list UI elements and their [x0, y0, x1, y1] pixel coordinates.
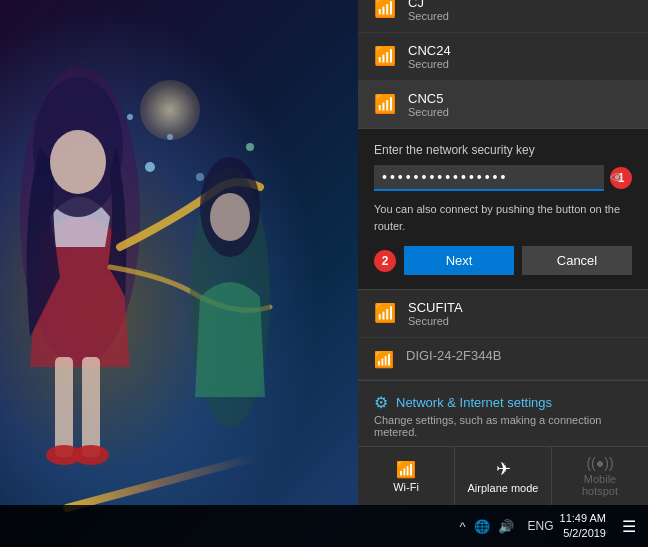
network-status-scufita: Secured: [408, 315, 463, 327]
svg-rect-4: [82, 357, 100, 457]
wifi-info-cnc24: CNC24 Secured: [408, 43, 451, 70]
svg-point-9: [210, 193, 250, 241]
wifi-toggle-button[interactable]: 📶 Wi-Fi: [358, 447, 455, 505]
network-settings-description: Change settings, such as making a connec…: [374, 414, 632, 438]
mobile-hotspot-icon: ((●)): [586, 455, 613, 471]
volume-icon[interactable]: 🔊: [498, 519, 514, 534]
svg-point-12: [196, 173, 204, 181]
wifi-info-cnc5: CNC5 Secured: [408, 91, 449, 118]
router-hint-text: You can also connect by pushing the butt…: [374, 201, 632, 234]
language-indicator[interactable]: ENG: [528, 519, 554, 533]
time-display: 11:49 AM: [560, 511, 606, 526]
notification-button[interactable]: ☰: [618, 517, 640, 536]
network-name-digi: DIGI-24-2F344B: [406, 348, 501, 363]
wifi-signal-icon-cj: 📶: [374, 0, 396, 19]
wifi-panel: 📶 CJ Secured 📶 CNC24 Secured 📶 CNC5 Secu…: [358, 0, 648, 505]
network-name-cnc24: CNC24: [408, 43, 451, 58]
wifi-action-label: Wi-Fi: [393, 481, 419, 493]
network-item-scufita[interactable]: 📶 SCUFITA Secured: [358, 289, 648, 338]
step2-badge: 2: [374, 250, 396, 272]
network-name-cj: CJ: [408, 0, 449, 10]
svg-point-11: [167, 134, 173, 140]
chevron-up-icon[interactable]: ^: [459, 519, 465, 534]
security-key-label: Enter the network security key: [374, 143, 632, 157]
clock-display[interactable]: 11:49 AM 5/2/2019: [560, 511, 612, 542]
mobile-hotspot-button[interactable]: ((●)) Mobilehotspot: [552, 447, 648, 505]
wifi-info-cj: CJ Secured: [408, 0, 449, 22]
action-buttons-row: 2 Next Cancel: [374, 246, 632, 275]
password-row: 👁 1: [374, 165, 632, 191]
network-item-cnc24[interactable]: 📶 CNC24 Secured: [358, 33, 648, 81]
svg-point-10: [145, 162, 155, 172]
network-status-cnc5: Secured: [408, 106, 449, 118]
svg-point-2: [50, 130, 106, 194]
wifi-info-scufita: SCUFITA Secured: [408, 300, 463, 327]
network-item-digi[interactable]: 📶 DIGI-24-2F344B: [358, 338, 648, 380]
airplane-icon: ✈: [496, 458, 511, 480]
network-item-cj[interactable]: 📶 CJ Secured: [358, 0, 648, 33]
taskbar-system-tray: ^ 🌐 🔊 ENG 11:49 AM 5/2/2019 ☰: [451, 511, 648, 542]
wifi-signal-icon-cnc5: 📶: [374, 93, 396, 115]
wifi-bottom-actions: 📶 Wi-Fi ✈ Airplane mode ((●)) Mobilehots…: [358, 446, 648, 505]
wifi-signal-icon-digi: 📶: [374, 350, 394, 369]
network-item-cnc5: 📶 CNC5 Secured Enter the network securit…: [358, 81, 648, 289]
svg-point-13: [127, 114, 133, 120]
network-status-cj: Secured: [408, 10, 449, 22]
network-icon[interactable]: 🌐: [474, 519, 490, 534]
svg-point-14: [246, 143, 254, 151]
svg-point-6: [73, 445, 109, 465]
password-input[interactable]: [374, 165, 604, 191]
date-display: 5/2/2019: [560, 526, 606, 541]
character-left: [0, 17, 310, 507]
network-name-scufita: SCUFITA: [408, 300, 463, 315]
network-name-cnc5: CNC5: [408, 91, 449, 106]
svg-rect-3: [55, 357, 73, 457]
airplane-action-label: Airplane mode: [468, 482, 539, 494]
settings-gear-icon: ⚙: [374, 393, 388, 412]
airplane-mode-button[interactable]: ✈ Airplane mode: [455, 447, 552, 505]
wifi-signal-icon-scufita: 📶: [374, 302, 396, 324]
wifi-action-icon: 📶: [396, 460, 416, 479]
network-settings-label: Network & Internet settings: [396, 395, 552, 410]
next-button[interactable]: Next: [404, 246, 514, 275]
show-password-icon[interactable]: 👁: [610, 170, 624, 186]
network-settings-link[interactable]: ⚙ Network & Internet settings: [374, 393, 632, 412]
network-header-cnc5[interactable]: 📶 CNC5 Secured: [358, 81, 648, 129]
mobile-hotspot-label: Mobilehotspot: [582, 473, 618, 497]
taskbar: ^ 🌐 🔊 ENG 11:49 AM 5/2/2019 ☰: [0, 505, 648, 547]
wifi-password-section: Enter the network security key 👁 1 You c…: [358, 129, 648, 289]
network-status-cnc24: Secured: [408, 58, 451, 70]
wifi-signal-icon-cnc24: 📶: [374, 45, 396, 67]
cancel-button[interactable]: Cancel: [522, 246, 632, 275]
wifi-info-digi: DIGI-24-2F344B: [406, 348, 501, 363]
system-icons: ^ 🌐 🔊: [451, 519, 521, 534]
network-settings-section: ⚙ Network & Internet settings Change set…: [358, 380, 648, 446]
